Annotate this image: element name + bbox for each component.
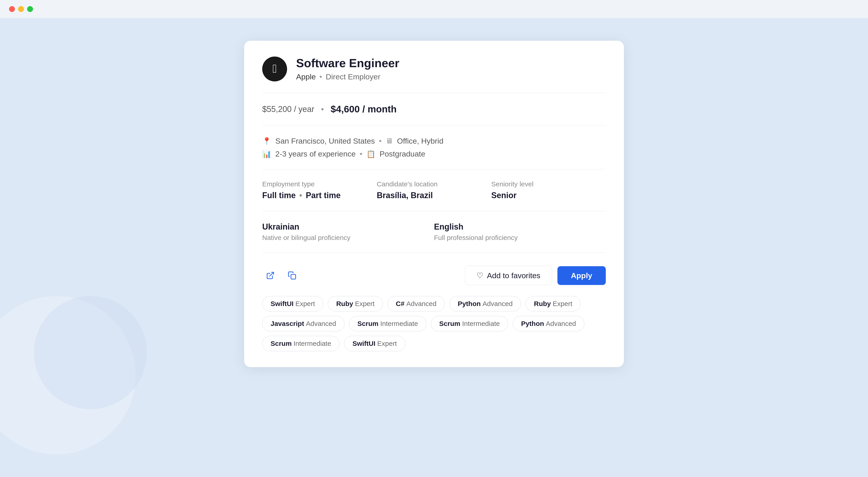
candidate-location-label: Candidate's location xyxy=(377,180,491,188)
education-text: Postgraduate xyxy=(379,149,425,158)
employment-part-time: Part time xyxy=(306,191,341,200)
maximize-button[interactable] xyxy=(27,6,33,12)
icon-buttons xyxy=(262,267,300,284)
language-2: English Full professional proficiency xyxy=(434,222,606,242)
skill-name: SwiftUI xyxy=(352,340,375,348)
monitor-icon: 🖥 xyxy=(385,137,393,145)
skill-level: Advanced xyxy=(483,300,513,307)
skill-tag: RubyExpert xyxy=(328,296,383,311)
apply-label: Apply xyxy=(571,271,592,280)
traffic-lights xyxy=(9,6,33,12)
employer-type: Direct Employer xyxy=(326,72,380,81)
skill-level: Advanced xyxy=(546,320,576,328)
skill-name: Ruby xyxy=(534,300,551,307)
job-title: Software Engineer xyxy=(296,57,399,70)
skill-tag: C#Advanced xyxy=(388,296,445,311)
language-2-level: Full professional proficiency xyxy=(434,234,606,242)
skill-level: Intermediate xyxy=(293,340,331,348)
skill-tag: JavascriptAdvanced xyxy=(262,316,344,331)
divider-1 xyxy=(262,93,606,93)
skill-name: Javascript xyxy=(271,320,304,328)
skill-level: Advanced xyxy=(406,300,436,307)
favorites-label: Add to favorites xyxy=(487,271,540,280)
language-2-name: English xyxy=(434,222,606,232)
details-grid: Employment type Full time • Part time Ca… xyxy=(262,180,606,200)
candidate-location-value: Brasília, Brazil xyxy=(377,191,491,200)
skill-name: Scrum xyxy=(439,320,460,328)
location-text: San Francisco, United States xyxy=(275,137,375,145)
apply-button[interactable]: Apply xyxy=(557,266,606,285)
education-icon: 📋 xyxy=(366,150,375,158)
skills-section: SwiftUIExpertRubyExpertC#AdvancedPythonA… xyxy=(262,296,606,351)
seniority-label: Seniority level xyxy=(491,180,606,188)
actions-section: ♡ Add to favorites Apply xyxy=(262,264,606,285)
language-1: Ukrainian Native or bilingual proficienc… xyxy=(262,222,434,242)
skill-tag: ScrumIntermediate xyxy=(262,336,340,351)
languages-grid: Ukrainian Native or bilingual proficienc… xyxy=(262,222,606,242)
bg-decoration-2 xyxy=(34,296,147,409)
card-wrapper:  Software Engineer Apple • Direct Emplo… xyxy=(244,41,624,367)
language-1-name: Ukrainian xyxy=(262,222,434,232)
action-buttons: ♡ Add to favorites Apply xyxy=(465,266,606,285)
experience-text: 2-3 years of experience xyxy=(275,149,355,158)
skill-level: Expert xyxy=(296,300,315,307)
minimize-button[interactable] xyxy=(18,6,24,12)
heart-icon: ♡ xyxy=(476,271,483,280)
copy-button[interactable] xyxy=(284,267,300,284)
divider-2 xyxy=(262,125,606,126)
location-icon: 📍 xyxy=(262,137,271,145)
svg-rect-1 xyxy=(291,274,296,279)
skill-level: Advanced xyxy=(306,320,336,328)
skill-name: Python xyxy=(521,320,544,328)
work-mode: Office, Hybrid xyxy=(397,137,443,145)
employment-type-item: Employment type Full time • Part time xyxy=(262,180,377,200)
job-card:  Software Engineer Apple • Direct Emplo… xyxy=(244,41,624,367)
skill-tag: ScrumIntermediate xyxy=(349,316,426,331)
divider-4 xyxy=(262,211,606,211)
skill-name: SwiftUI xyxy=(271,300,293,307)
svg-line-0 xyxy=(270,272,274,276)
employment-type-value: Full time • Part time xyxy=(262,191,377,200)
window-bar xyxy=(0,0,868,18)
seniority-item: Seniority level Senior xyxy=(491,180,606,200)
close-button[interactable] xyxy=(9,6,15,12)
language-1-level: Native or bilingual proficiency xyxy=(262,234,434,242)
job-header:  Software Engineer Apple • Direct Emplo… xyxy=(262,57,606,82)
apple-icon:  xyxy=(273,63,277,74)
skill-name: Scrum xyxy=(358,320,378,328)
skill-tag: RubyExpert xyxy=(526,296,581,311)
salary-section: $55,200 / year • $4,600 / month xyxy=(262,104,606,115)
location-row: 📍 San Francisco, United States • 🖥 Offic… xyxy=(262,137,606,145)
skill-tag: ScrumIntermediate xyxy=(431,316,508,331)
skill-tag: PythonAdvanced xyxy=(450,296,521,311)
experience-row: 📊 2-3 years of experience • 📋 Postgradua… xyxy=(262,149,606,158)
skill-level: Intermediate xyxy=(462,320,500,328)
company-logo:  xyxy=(262,57,287,82)
salary-month: $4,600 / month xyxy=(331,104,397,115)
skill-tag: PythonAdvanced xyxy=(513,316,584,331)
salary-year: $55,200 / year xyxy=(262,105,314,114)
skill-level: Intermediate xyxy=(380,320,418,328)
skill-name: Python xyxy=(458,300,481,307)
separator-dot: • xyxy=(319,72,322,81)
external-link-button[interactable] xyxy=(262,267,278,284)
candidate-location-item: Candidate's location Brasília, Brazil xyxy=(377,180,491,200)
skill-tag: SwiftUIExpert xyxy=(344,336,405,351)
skill-level: Expert xyxy=(355,300,375,307)
skill-tag: SwiftUIExpert xyxy=(262,296,323,311)
skill-level: Expert xyxy=(377,340,397,348)
experience-icon: 📊 xyxy=(262,150,271,158)
employment-full-time: Full time xyxy=(262,191,296,200)
employment-type-label: Employment type xyxy=(262,180,377,188)
skill-name: Scrum xyxy=(271,340,291,348)
job-title-block: Software Engineer Apple • Direct Employe… xyxy=(296,57,399,81)
skill-level: Expert xyxy=(553,300,572,307)
skill-name: Ruby xyxy=(336,300,353,307)
add-to-favorites-button[interactable]: ♡ Add to favorites xyxy=(465,266,552,285)
company-info: Apple • Direct Employer xyxy=(296,72,399,81)
location-section: 📍 San Francisco, United States • 🖥 Offic… xyxy=(262,137,606,158)
skill-name: C# xyxy=(396,300,404,307)
divider-3 xyxy=(262,169,606,170)
salary-dot: • xyxy=(321,105,324,114)
company-name: Apple xyxy=(296,72,316,81)
